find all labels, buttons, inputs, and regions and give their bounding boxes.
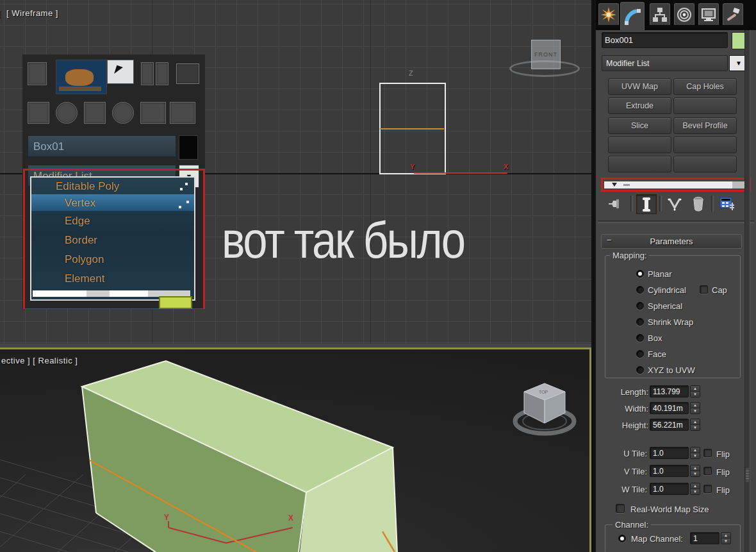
option-cylindrical[interactable]: Cylindrical: [648, 285, 686, 295]
gizmo-y-label: Y: [410, 163, 415, 171]
option-planar[interactable]: Planar: [648, 269, 672, 279]
pin-stack-button[interactable]: [606, 194, 625, 213]
viewcube[interactable]: FRONT: [509, 36, 581, 77]
radio-xyz-to-uvw[interactable]: [636, 366, 644, 374]
u-flip-label[interactable]: Flip: [716, 449, 730, 459]
bevel-profile-button[interactable]: Bevel Profile: [673, 117, 737, 134]
radio-shrink-wrap[interactable]: [636, 318, 644, 326]
inset-material-thumbnail: [56, 60, 107, 94]
u-tile-field[interactable]: [650, 447, 689, 459]
radio-cylindrical[interactable]: [636, 286, 644, 294]
map-channel-spinner[interactable]: ▲▼: [721, 532, 731, 544]
empty-button[interactable]: [608, 137, 671, 153]
inset-stack-item: Edge: [65, 215, 90, 228]
parameters-rollout-header[interactable]: − Parameters: [601, 234, 742, 249]
v-tile-field[interactable]: [650, 465, 689, 477]
object-name-field[interactable]: [602, 32, 728, 48]
inset-toolbar-icon: [176, 63, 199, 84]
gizmo-y-label: Y: [164, 513, 169, 522]
rollout-title: Parameters: [650, 237, 693, 246]
option-shrink-wrap[interactable]: Shrink Wrap: [648, 317, 693, 327]
gizmo-z-label: Z: [409, 69, 413, 77]
radio-spherical[interactable]: [636, 302, 644, 310]
w-tile-field[interactable]: [650, 483, 689, 495]
viewcube[interactable]: TOP: [515, 383, 574, 433]
empty-button[interactable]: [608, 156, 671, 172]
remove-modifier-button[interactable]: [689, 194, 708, 213]
remove-modifier-icon: [692, 196, 705, 212]
motion-icon: [677, 7, 692, 22]
front-viewport[interactable]: ] [ Wireframe ] Y X Z FRONT: [0, 0, 593, 344]
option-box[interactable]: Box: [648, 333, 662, 343]
inset-select-button: [107, 60, 134, 84]
map-channel-field[interactable]: [690, 532, 719, 544]
inset-motion-tab-icon: [112, 102, 134, 124]
inset-selected-row: [31, 194, 194, 211]
empty-button[interactable]: [673, 156, 737, 172]
empty-button[interactable]: [673, 137, 737, 153]
slice-button[interactable]: Slice: [608, 117, 671, 134]
w-tile-spinner[interactable]: ▲▼: [690, 483, 700, 495]
v-flip-label[interactable]: Flip: [716, 467, 730, 477]
radio-planar[interactable]: [636, 270, 644, 278]
viewport-label-fragment: ]: [0, 8, 1, 18]
empty-button[interactable]: [673, 97, 737, 114]
cap-label[interactable]: Cap: [712, 285, 727, 295]
modify-icon: [624, 8, 641, 25]
tab-create[interactable]: [598, 3, 619, 25]
radio-face[interactable]: [636, 350, 644, 358]
front-viewport-label[interactable]: [ Wireframe ]: [6, 8, 58, 18]
tab-utilities[interactable]: [723, 3, 743, 25]
inset-green-button: [159, 296, 192, 309]
width-spinner[interactable]: ▲▼: [690, 402, 700, 414]
cap-checkbox[interactable]: [700, 285, 708, 294]
tab-display[interactable]: [698, 3, 719, 25]
option-spherical[interactable]: Spherical: [648, 301, 682, 311]
inset-stack-item: Border: [65, 234, 97, 247]
tab-motion[interactable]: [674, 3, 694, 25]
real-world-checkbox[interactable]: [616, 504, 625, 513]
uvw-map-button[interactable]: UVW Map: [608, 78, 671, 95]
height-spinner[interactable]: ▲▼: [690, 419, 700, 431]
v-flip-checkbox[interactable]: [703, 467, 712, 475]
tab-hierarchy[interactable]: [650, 3, 670, 25]
u-flip-checkbox[interactable]: [703, 449, 712, 457]
width-field[interactable]: [650, 402, 689, 414]
viewcube-front-face[interactable]: FRONT: [531, 40, 561, 69]
real-world-label[interactable]: Real-World Map Size: [630, 505, 709, 514]
map-channel-label[interactable]: Map Channel:: [631, 534, 683, 544]
show-end-result-button[interactable]: [636, 194, 657, 214]
perspective-viewport[interactable]: ective ] [ Realistic ]: [0, 349, 589, 552]
inset-create-tab-icon: [28, 102, 49, 124]
option-xyz-to-uvw[interactable]: XYZ to UVW: [648, 365, 695, 375]
v-tile-label: V Tile:: [602, 467, 647, 476]
configure-modifier-sets-button[interactable]: [718, 194, 737, 213]
modifier-stack-list[interactable]: [604, 181, 746, 188]
annotation-rectangle-stack: [601, 178, 751, 192]
w-flip-label[interactable]: Flip: [716, 485, 730, 495]
cap-holes-button[interactable]: Cap Holes: [673, 78, 737, 95]
length-field[interactable]: [650, 385, 689, 397]
extrude-button[interactable]: Extrude: [608, 97, 671, 114]
stack-strip-marker: [612, 183, 617, 187]
length-spinner[interactable]: ▲▼: [690, 385, 700, 397]
radio-box[interactable]: [636, 334, 644, 342]
length-label: Length:: [602, 387, 648, 397]
modifier-list-dropdown[interactable]: Modifier List: [602, 55, 728, 71]
scrollbar-handle[interactable]: [746, 468, 749, 482]
modifier-stack-toolbar: [596, 194, 756, 214]
make-unique-button[interactable]: [665, 194, 684, 213]
map-channel-radio[interactable]: [618, 535, 626, 542]
create-icon: [601, 7, 616, 22]
make-unique-icon: [666, 197, 683, 211]
u-tile-spinner[interactable]: ▲▼: [690, 447, 700, 459]
perspective-viewport-label[interactable]: ective ] [ Realistic ]: [1, 356, 78, 365]
panel-scrollbar[interactable]: [744, 30, 750, 552]
box-object[interactable]: [82, 361, 397, 552]
height-field[interactable]: [650, 419, 689, 431]
tab-modify[interactable]: [620, 2, 645, 30]
option-face[interactable]: Face: [648, 349, 666, 359]
w-flip-checkbox[interactable]: [703, 485, 712, 493]
inset-toolbar-icon: [28, 62, 47, 85]
v-tile-spinner[interactable]: ▲▼: [690, 465, 700, 477]
